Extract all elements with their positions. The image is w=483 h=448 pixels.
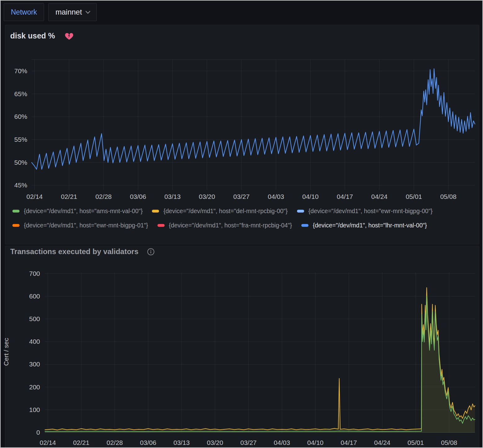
legend-label: {device="/dev/md1", host="ams-mnt-val-00… (24, 208, 143, 215)
x-tick-label: 03/20 (207, 439, 223, 446)
variable-bar: Network mainnet (1, 1, 482, 24)
legend-label: {device="/dev/md1", host="lhr-mnt-val-00… (313, 222, 427, 229)
x-tick-label: 02/21 (61, 193, 77, 200)
y-tick-label: 500 (29, 315, 40, 322)
disk-used-legend: {device="/dev/md1", host="ams-mnt-val-00… (12, 204, 474, 232)
x-tick-label: 04/17 (341, 439, 357, 446)
y-tick-label: 65% (14, 90, 27, 97)
info-icon[interactable] (147, 248, 155, 256)
legend-label: {device="/dev/md1", host="ewr-mnt-bigpg-… (24, 222, 148, 229)
legend-item-2[interactable]: {device="/dev/md1", host="ewr-mnt-bigpg-… (297, 204, 433, 218)
y-tick-label: 55% (14, 136, 27, 143)
y-tick-label: 400 (29, 338, 40, 345)
series-line-validators-green (45, 296, 475, 432)
series-fill-validators-green (45, 296, 475, 432)
x-tick-label: 02/21 (73, 439, 90, 446)
x-tick-label: 03/06 (140, 439, 157, 446)
x-tick-label: 04/03 (274, 439, 290, 446)
x-tick-label: 03/27 (233, 193, 250, 200)
x-tick-label: 04/24 (371, 193, 388, 200)
y-tick-label: 60% (14, 113, 27, 120)
legend-label: {device="/dev/md1", host="fra-mnt-rpcbig… (169, 222, 292, 229)
legend-item-3[interactable]: {device="/dev/md1", host="ewr-mnt-bigpg-… (12, 218, 148, 232)
x-tick-label: 04/10 (302, 193, 319, 200)
x-tick-label: 03/27 (240, 439, 257, 446)
x-tick-label: 02/14 (40, 439, 56, 446)
y-tick-label: 600 (29, 293, 40, 300)
broken-heart-icon (64, 32, 74, 40)
x-tick-label: 04/17 (337, 193, 353, 200)
disk-used-chart[interactable]: 45%50%55%60%65%70%02/1402/2102/2803/0603… (1, 56, 483, 202)
transactions-chart[interactable]: 010020030040050060070002/1402/2102/2803/… (1, 266, 483, 448)
series-line-{device="/dev/md1", host="lhr-mnt-val-00"} (32, 69, 475, 169)
legend-marker-icon (297, 210, 304, 213)
legend-item-1[interactable]: {device="/dev/md1", host="del-mnt-rpcbig… (152, 204, 288, 218)
x-tick-label: 02/28 (95, 193, 112, 200)
x-tick-label: 04/03 (268, 193, 284, 200)
network-variable-value[interactable]: mainnet (55, 8, 82, 16)
chevron-down-icon (86, 9, 91, 14)
network-variable-dropdown[interactable]: mainnet (48, 3, 97, 21)
x-tick-label: 04/24 (374, 439, 391, 446)
y-axis-title-cert-per-sec: Cert / sec (2, 327, 10, 377)
y-tick-label: 0 (36, 429, 40, 436)
legend-marker-icon (12, 210, 20, 213)
series-fill-validators-yellow (45, 288, 475, 432)
x-tick-label: 05/01 (408, 439, 424, 446)
network-variable-label-box: Network (4, 3, 44, 21)
x-tick-label: 03/13 (164, 193, 181, 200)
legend-marker-icon (301, 224, 308, 227)
legend-item-0[interactable]: {device="/dev/md1", host="ams-mnt-val-00… (12, 204, 143, 218)
x-tick-label: 03/06 (130, 193, 146, 200)
y-tick-label: 100 (29, 406, 40, 413)
x-tick-label: 02/14 (26, 193, 43, 200)
x-tick-label: 05/08 (440, 193, 457, 200)
y-tick-label: 300 (29, 361, 40, 368)
panel-transactions-header: Transactions executed by validators (10, 247, 155, 256)
panel-disk-used-header: disk used % (10, 31, 74, 40)
legend-label: {device="/dev/md1", host="del-mnt-rpcbig… (163, 208, 288, 215)
panel-title-disk-used[interactable]: disk used % (10, 31, 55, 40)
x-tick-label: 05/01 (406, 193, 422, 200)
series-line-validators-yellow (45, 288, 475, 430)
legend-item-5[interactable]: {device="/dev/md1", host="lhr-mnt-val-00… (301, 218, 427, 232)
x-tick-label: 02/28 (107, 439, 123, 446)
y-tick-label: 45% (14, 181, 27, 189)
y-tick-label: 50% (14, 159, 27, 166)
x-tick-label: 05/08 (441, 439, 457, 446)
x-tick-label: 04/10 (307, 439, 324, 446)
y-tick-label: 700 (29, 270, 40, 277)
y-tick-label: 70% (14, 67, 27, 74)
network-variable-label: Network (11, 8, 37, 16)
legend-item-4[interactable]: {device="/dev/md1", host="fra-mnt-rpcbig… (157, 218, 292, 232)
x-tick-label: 03/20 (199, 193, 215, 200)
legend-marker-icon (157, 224, 165, 227)
legend-marker-icon (152, 210, 159, 213)
grafana-dashboard: Network mainnet disk used % Transactions… (0, 0, 483, 448)
legend-marker-icon (12, 224, 20, 227)
y-tick-label: 200 (29, 383, 40, 391)
panel-title-transactions[interactable]: Transactions executed by validators (10, 247, 139, 256)
x-tick-label: 03/13 (173, 439, 190, 446)
legend-label: {device="/dev/md1", host="ewr-mnt-bigpg-… (308, 208, 433, 215)
